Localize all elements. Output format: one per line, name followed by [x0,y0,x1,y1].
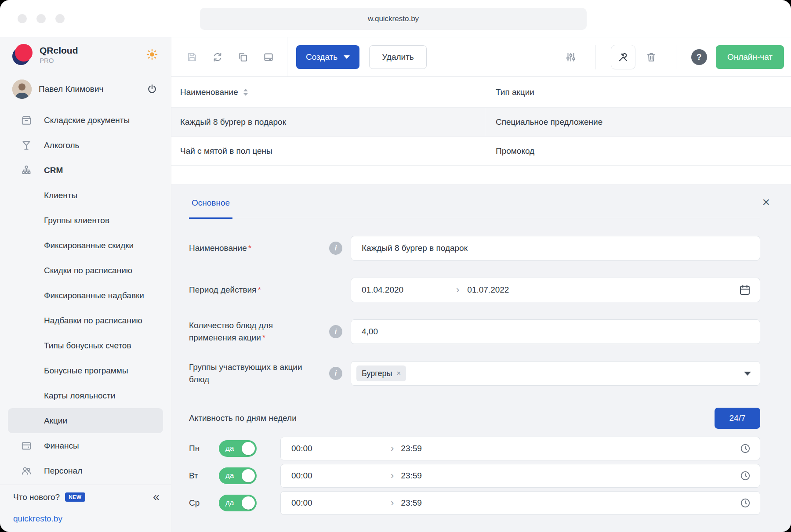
sidebar-item-client-groups[interactable]: Группы клиентов [8,208,163,233]
user-avatar[interactable] [12,80,32,99]
day-row-tuesday: Вт да 00:00 › 23:59 [189,464,760,488]
table-spacer [171,166,791,184]
sidebar-item-promotions[interactable]: Акции [8,408,163,433]
layout-button[interactable] [259,47,278,67]
sidebar-item-scheduled-discounts[interactable]: Скидки по расписанию [8,258,163,283]
clock-icon[interactable] [740,443,751,454]
info-icon[interactable]: i [329,367,342,380]
groups-multiselect[interactable]: Бургеры × [351,361,760,386]
sun-icon [146,48,158,61]
table-row[interactable]: Каждый 8 бургер в подарок Специальное пр… [171,108,791,137]
sidebar-item-warehouse-docs[interactable]: Складские документы [8,108,163,133]
help-icon: ? [697,52,702,62]
period-to-value[interactable]: 01.07.2022 [467,285,509,295]
tools-icon [617,51,629,63]
time-range-input[interactable]: 00:00 › 23:59 [280,491,760,515]
create-button[interactable]: Создать [296,45,359,69]
dropdown-button[interactable] [744,372,751,376]
table-row[interactable]: Чай с мятой в пол цены Промокод [171,137,791,166]
help-button[interactable]: ? [691,49,707,65]
quantity-input-value: 4,00 [362,327,378,337]
martini-icon [20,139,33,152]
time-from-value[interactable]: 00:00 [291,471,391,481]
sidebar-item-label: Типы бонусных счетов [44,341,131,351]
time-range-input[interactable]: 00:00 › 23:59 [280,464,760,488]
range-arrow-icon: › [456,284,459,296]
save-button[interactable] [182,47,202,67]
calendar-icon[interactable] [739,284,751,296]
sidebar-item-label: Алкоголь [44,141,80,150]
time-to-value[interactable]: 23:59 [401,444,422,453]
clock-icon[interactable] [740,497,751,509]
time-from-value[interactable]: 00:00 [291,498,391,508]
copy-button[interactable] [233,47,253,67]
site-link[interactable]: quickresto.by [13,514,62,524]
cell-promotion-name: Чай с мятой в пол цены [171,137,485,165]
theme-toggle-button[interactable] [145,47,160,62]
warehouse-icon [20,114,33,127]
browser-window: w.quickresto.by QRcloud PRO [0,0,791,532]
chevron-down-icon [744,372,751,376]
column-header-type[interactable]: Тип акции [496,87,534,97]
time-to-value[interactable]: 23:59 [401,498,422,508]
time-from-value[interactable]: 00:00 [291,444,391,453]
filter-columns-button[interactable] [561,47,581,67]
time-to-value[interactable]: 23:59 [401,471,422,481]
sidebar-item-scheduled-markups[interactable]: Надбавки по расписанию [8,308,163,333]
sidebar-item-loyalty-cards[interactable]: Карты лояльности [8,383,163,408]
maximize-window-button[interactable] [55,14,65,23]
online-chat-button[interactable]: Онлайн-чат [716,45,784,69]
period-field-label: Период действия [189,285,256,294]
user-name[interactable]: Павел Климович [39,84,103,94]
column-header-name[interactable]: Наименование [180,87,238,97]
quantity-input[interactable]: 4,00 [351,319,760,344]
delete-button[interactable]: Удалить [369,45,427,69]
sidebar-item-fixed-discounts[interactable]: Фиксированные скидки [8,233,163,258]
qrcloud-logo [12,44,33,65]
close-window-button[interactable] [18,14,27,23]
day-toggle[interactable]: да [219,440,257,457]
info-icon[interactable]: i [329,242,342,255]
remove-tag-icon[interactable]: × [396,369,401,378]
sidebar-item-label: Складские документы [44,116,130,125]
period-from-value[interactable]: 01.04.2020 [362,285,456,295]
trash-icon [646,51,657,63]
sidebar-item-clients[interactable]: Клиенты [8,183,163,208]
sidebar-item-bonus-account-types[interactable]: Типы бонусных счетов [8,333,163,358]
sidebar-item-bonus-programs[interactable]: Бонусные программы [8,358,163,383]
name-input[interactable]: Каждый 8 бургер в подарок [351,236,760,261]
sidebar-item-staff[interactable]: Персонал [8,458,163,483]
sidebar-item-finance[interactable]: Финансы [8,433,163,458]
toolbar-divider [287,37,287,76]
sort-icon[interactable] [243,89,248,96]
power-icon [146,83,158,95]
trash-button[interactable] [642,47,661,67]
sidebar-item-alcohol[interactable]: Алкоголь [8,133,163,158]
user-row: Павел Климович [0,72,171,107]
close-panel-button[interactable]: × [762,195,770,209]
collapse-sidebar-icon[interactable]: « [153,491,160,503]
browser-bar: w.quickresto.by [0,0,791,37]
day-toggle[interactable]: да [219,495,257,511]
finance-icon [20,439,33,452]
whats-new-link[interactable]: Что нового? [13,492,60,502]
sidebar-item-label: Карты лояльности [44,391,115,401]
period-range-input[interactable]: 01.04.2020 › 01.07.2022 [351,278,760,302]
sidebar-item-crm[interactable]: CRM [8,158,163,183]
address-bar[interactable]: w.quickresto.by [200,8,587,30]
day-toggle[interactable]: да [219,467,257,484]
groups-field-label: Группы участвующих в акции блюд [189,362,302,384]
tools-button[interactable] [611,45,635,69]
toolbar: Создать Удалить [171,37,791,77]
logout-button[interactable] [145,82,160,97]
sidebar-item-fixed-markups[interactable]: Фиксированные надбавки [8,283,163,308]
always-active-button[interactable]: 24/7 [715,408,760,429]
group-tag-label: Бургеры [362,369,392,378]
chevron-down-icon [344,55,350,59]
clock-icon[interactable] [740,470,751,481]
time-range-input[interactable]: 00:00 › 23:59 [280,437,760,460]
minimize-window-button[interactable] [36,14,46,23]
info-icon[interactable]: i [329,325,342,338]
tab-main[interactable]: Основное [189,198,232,219]
refresh-button[interactable] [208,47,227,67]
